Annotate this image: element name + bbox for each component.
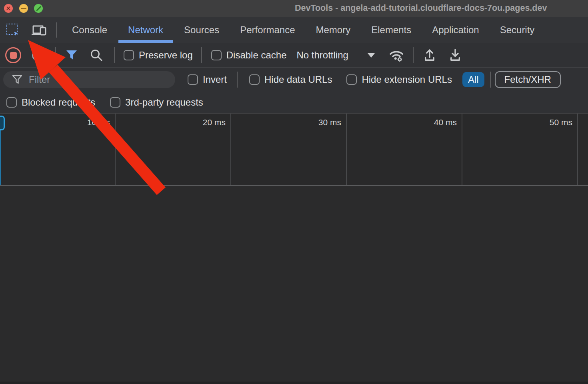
filter-fetch-xhr-button[interactable]: Fetch/XHR bbox=[495, 71, 561, 88]
inspect-element-button[interactable] bbox=[6, 23, 20, 37]
separator bbox=[55, 47, 56, 63]
device-toolbar-icon bbox=[31, 23, 47, 37]
hide-extension-urls-checkbox[interactable] bbox=[346, 74, 357, 85]
clear-network-log-button[interactable] bbox=[31, 48, 45, 62]
grid-divider bbox=[577, 114, 578, 185]
separator bbox=[237, 72, 238, 88]
network-overview-timeline[interactable]: 10 ms 20 ms 30 ms 40 ms 50 ms bbox=[0, 113, 588, 186]
invert-label[interactable]: Invert bbox=[203, 74, 227, 85]
tick-label: 50 ms bbox=[524, 118, 572, 127]
third-party-requests-label[interactable]: 3rd-party requests bbox=[125, 97, 203, 108]
blocked-requests-checkbox[interactable] bbox=[6, 97, 17, 108]
tab-sources[interactable]: Sources bbox=[174, 17, 230, 43]
network-conditions-icon[interactable] bbox=[388, 48, 405, 63]
tab-network[interactable]: Network bbox=[118, 17, 174, 43]
hide-data-urls-label[interactable]: Hide data URLs bbox=[264, 74, 332, 85]
window-titlebar: DevTools - angela-add-tutorial.cloudflar… bbox=[0, 0, 588, 17]
tab-security[interactable]: Security bbox=[490, 17, 545, 43]
import-har-icon[interactable] bbox=[422, 48, 437, 62]
tick-label: 30 ms bbox=[293, 118, 341, 127]
tab-console[interactable]: Console bbox=[62, 17, 118, 43]
grid-divider bbox=[230, 114, 231, 185]
filter-input-container[interactable] bbox=[3, 71, 175, 88]
filter-all-button[interactable]: All bbox=[462, 72, 484, 87]
chevron-down-icon[interactable] bbox=[368, 53, 375, 58]
record-network-log-button[interactable] bbox=[5, 47, 21, 63]
disable-cache-checkbox[interactable] bbox=[211, 50, 222, 60]
filter-funnel-icon[interactable] bbox=[65, 49, 78, 61]
separator bbox=[413, 47, 414, 63]
tick-label: 20 ms bbox=[178, 118, 226, 127]
panel-tabs: Console Network Sources Performance Memo… bbox=[62, 17, 545, 43]
filter-input[interactable] bbox=[29, 74, 161, 85]
separator bbox=[201, 47, 202, 63]
cursor-arrow-icon bbox=[12, 30, 20, 38]
preserve-log-label[interactable]: Preserve log bbox=[139, 50, 193, 61]
tab-application[interactable]: Application bbox=[422, 17, 489, 43]
disable-cache-label[interactable]: Disable cache bbox=[226, 50, 287, 61]
tab-elements[interactable]: Elements bbox=[361, 17, 422, 43]
third-party-requests-checkbox[interactable] bbox=[110, 97, 120, 108]
window-title: DevTools - angela-add-tutorial.cloudflar… bbox=[295, 3, 588, 14]
overview-drag-handle[interactable] bbox=[0, 116, 5, 130]
tick-label: 40 ms bbox=[409, 118, 457, 127]
requests-table-empty-area: Recording network activity… Perform a re… bbox=[0, 186, 588, 384]
hide-data-urls-checkbox[interactable] bbox=[249, 74, 260, 85]
tab-memory[interactable]: Memory bbox=[306, 17, 361, 43]
overview-selection-edge bbox=[0, 130, 1, 185]
separator bbox=[56, 22, 57, 38]
search-icon[interactable] bbox=[89, 48, 104, 62]
export-har-icon[interactable] bbox=[448, 48, 462, 62]
clear-icon bbox=[32, 49, 44, 61]
active-tab-indicator bbox=[118, 40, 173, 43]
hide-extension-urls-label[interactable]: Hide extension URLs bbox=[362, 74, 452, 85]
close-button[interactable] bbox=[4, 4, 13, 13]
network-filter-bar: Invert Hide data URLs Hide extension URL… bbox=[0, 68, 588, 91]
more-filters-bar: Blocked requests 3rd-party requests bbox=[0, 91, 588, 113]
grid-divider bbox=[115, 114, 116, 185]
blocked-requests-label[interactable]: Blocked requests bbox=[22, 97, 95, 108]
zoom-button[interactable] bbox=[34, 4, 43, 13]
filter-funnel-outline-icon bbox=[12, 75, 22, 84]
devtools-tabbar: Console Network Sources Performance Memo… bbox=[0, 17, 588, 43]
tab-performance[interactable]: Performance bbox=[230, 17, 305, 43]
grid-divider bbox=[462, 114, 462, 185]
throttling-select[interactable]: No throttling bbox=[296, 50, 348, 61]
network-toolbar: Preserve log Disable cache No throttling bbox=[0, 43, 588, 68]
preserve-log-checkbox[interactable] bbox=[124, 50, 134, 60]
bottom-edge bbox=[0, 382, 588, 384]
separator bbox=[490, 72, 491, 88]
invert-checkbox[interactable] bbox=[188, 74, 198, 85]
tick-label: 10 ms bbox=[62, 118, 110, 127]
separator bbox=[114, 47, 115, 63]
minimize-button[interactable] bbox=[19, 4, 28, 13]
toggle-device-toolbar-button[interactable] bbox=[31, 23, 47, 37]
grid-divider bbox=[346, 114, 347, 185]
record-icon bbox=[10, 52, 17, 59]
